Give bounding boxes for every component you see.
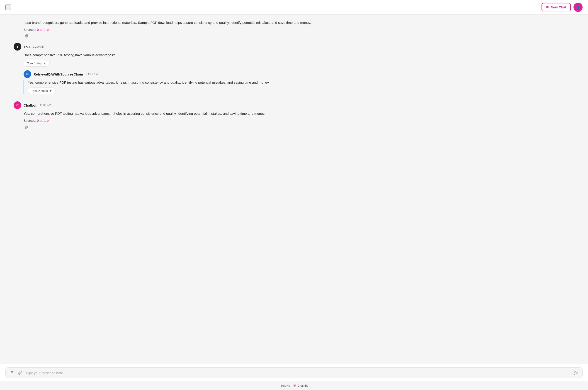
you-message-text: Does comprehensive PDF testing have vari… — [24, 53, 115, 57]
send-button[interactable] — [573, 370, 579, 376]
message-block-chatbot: C Chatbot 11:06 AM Yes, comprehensive PD… — [14, 101, 574, 130]
retrieval-content: Yes, comprehensive PDF testing has vario… — [24, 80, 574, 94]
chatbot-sources-label: Sources: — [24, 119, 36, 122]
partial-sources-label: Sources: — [24, 28, 36, 32]
header-right: ✏ New Chat 👤 — [542, 3, 583, 12]
retrieval-text: Yes, comprehensive PDF testing has vario… — [28, 81, 270, 84]
scroll-up-button[interactable] — [9, 370, 15, 376]
message-input[interactable] — [26, 371, 570, 375]
retrieval-header: R RetrievalQAWithSourcesChain 11:06 AM — [24, 70, 574, 78]
scroll-up-icon — [10, 371, 14, 375]
chainlit-brand-name: Chainlit — [298, 384, 308, 387]
chainlit-logo-icon — [293, 384, 297, 388]
you-steps-button[interactable]: Took 1 step ▲ — [24, 60, 50, 67]
message-block-you: Y You 11:06 AM Does comprehensive PDF te… — [14, 43, 574, 96]
you-timestamp: 11:06 AM — [33, 45, 45, 48]
partial-source-link-0[interactable]: 0-pl — [37, 28, 42, 32]
retrieval-avatar: R — [24, 70, 31, 78]
you-message-header: Y You 11:06 AM — [14, 43, 574, 50]
input-left-icons — [9, 370, 23, 376]
chat-area: raise brand recognition, generate leads,… — [0, 14, 588, 364]
chatbot-avatar: C — [14, 101, 21, 109]
edit-icon: ✏ — [546, 5, 549, 9]
copy-icon: 🗐 — [24, 35, 28, 38]
new-chat-button[interactable]: ✏ New Chat — [542, 3, 571, 11]
retrieval-block: R RetrievalQAWithSourcesChain 11:06 AM Y… — [24, 70, 574, 94]
footer: Built with Chainlit — [0, 381, 588, 390]
retrieval-timestamp: 11:06 AM — [86, 73, 98, 76]
send-icon — [573, 370, 578, 375]
chatbot-message-content: Yes, comprehensive PDF testing has vario… — [24, 111, 574, 130]
partial-sources-line: Sources: 0-pl, 1-pl — [24, 27, 574, 32]
chatbot-message-text: Yes, comprehensive PDF testing has vario… — [24, 112, 265, 115]
you-message-content: Does comprehensive PDF testing have vari… — [24, 52, 574, 67]
header-left — [5, 4, 11, 10]
paperclip-icon — [18, 371, 22, 375]
chainlit-logo: Chainlit — [293, 384, 308, 388]
retrieval-steps-label: Took 2 steps — [31, 89, 48, 93]
you-avatar: Y — [14, 43, 21, 50]
retrieval-steps-chevron-icon: ▼ — [49, 89, 52, 93]
menu-toggle-button[interactable] — [5, 4, 11, 10]
you-steps-chevron-icon: ▲ — [44, 62, 46, 65]
partial-copy-button[interactable]: 🗐 — [24, 34, 29, 39]
input-area — [0, 364, 588, 381]
chatbot-timestamp: 11:06 AM — [40, 104, 51, 107]
you-steps-label: Took 1 step — [27, 62, 42, 65]
retrieval-steps-button[interactable]: Took 2 steps ▼ — [28, 88, 55, 94]
partial-source-link-1[interactable]: 1-pl — [44, 28, 49, 32]
app-header: ✏ New Chat 👤 — [0, 0, 588, 14]
chatbot-source-link-0[interactable]: 0-pl — [37, 119, 42, 122]
new-chat-label: New Chat — [551, 5, 566, 9]
retrieval-sender-name: RetrievalQAWithSourcesChain — [34, 72, 83, 76]
input-wrapper — [5, 367, 583, 378]
chatbot-copy-button[interactable]: 🗐 — [24, 125, 29, 130]
chatbot-message-header: C Chatbot 11:06 AM — [14, 101, 574, 109]
attach-button[interactable] — [17, 370, 23, 376]
chatbot-sender-name: Chatbot — [24, 103, 37, 107]
footer-built-with-text: Built with — [280, 384, 291, 387]
chatbot-source-link-1[interactable]: 1-pl — [44, 119, 49, 122]
chatbot-sources-line: Sources: 0-pl, 1-pl — [24, 118, 574, 123]
partial-message-block: raise brand recognition, generate leads,… — [14, 20, 574, 39]
you-sender-name: You — [24, 45, 30, 49]
user-profile-button[interactable]: 👤 — [574, 3, 583, 12]
user-icon: 👤 — [576, 5, 581, 10]
partial-message-text: raise brand recognition, generate leads,… — [24, 21, 311, 24]
copy-icon: 🗐 — [24, 126, 28, 130]
